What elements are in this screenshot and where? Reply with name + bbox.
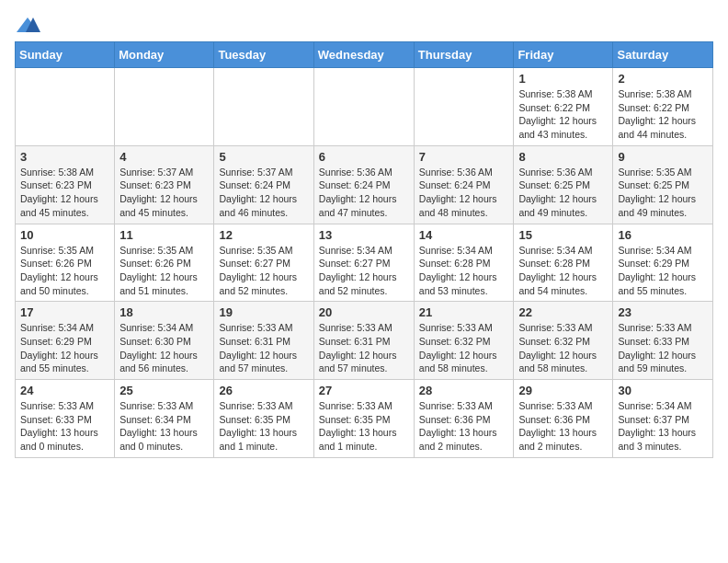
week-row-3: 10Sunrise: 5:35 AM Sunset: 6:26 PM Dayli…: [16, 224, 713, 302]
week-row-2: 3Sunrise: 5:38 AM Sunset: 6:23 PM Daylig…: [16, 145, 713, 224]
weekday-header-thursday: Thursday: [414, 42, 514, 68]
day-cell: 7Sunrise: 5:36 AM Sunset: 6:24 PM Daylig…: [414, 145, 514, 224]
day-info: Sunrise: 5:38 AM Sunset: 6:22 PM Dayligh…: [518, 87, 608, 142]
day-number: 26: [219, 384, 308, 397]
day-cell: 13Sunrise: 5:34 AM Sunset: 6:27 PM Dayli…: [313, 224, 414, 302]
day-cell: 12Sunrise: 5:35 AM Sunset: 6:27 PM Dayli…: [214, 224, 313, 302]
weekday-header-tuesday: Tuesday: [214, 42, 313, 68]
day-info: Sunrise: 5:36 AM Sunset: 6:24 PM Dayligh…: [319, 166, 409, 220]
day-info: Sunrise: 5:36 AM Sunset: 6:25 PM Dayligh…: [518, 166, 608, 220]
day-cell: 1Sunrise: 5:38 AM Sunset: 6:22 PM Daylig…: [514, 68, 613, 146]
day-number: 17: [20, 305, 109, 319]
day-number: 22: [518, 305, 608, 319]
day-cell: 11Sunrise: 5:35 AM Sunset: 6:26 PM Dayli…: [115, 224, 214, 302]
day-cell: 17Sunrise: 5:34 AM Sunset: 6:29 PM Dayli…: [16, 302, 115, 380]
day-cell: 21Sunrise: 5:33 AM Sunset: 6:32 PM Dayli…: [414, 302, 514, 380]
day-number: 13: [319, 228, 409, 242]
day-cell: 18Sunrise: 5:34 AM Sunset: 6:30 PM Dayli…: [115, 302, 214, 380]
day-cell: [16, 68, 115, 146]
day-number: 5: [219, 150, 308, 164]
day-cell: 26Sunrise: 5:33 AM Sunset: 6:35 PM Dayli…: [214, 380, 313, 458]
header: [15, 15, 713, 34]
weekday-header-row: SundayMondayTuesdayWednesdayThursdayFrid…: [16, 42, 713, 68]
day-number: 29: [518, 384, 608, 397]
day-cell: 8Sunrise: 5:36 AM Sunset: 6:25 PM Daylig…: [514, 145, 613, 224]
day-info: Sunrise: 5:37 AM Sunset: 6:24 PM Dayligh…: [219, 166, 308, 220]
day-number: 20: [319, 305, 409, 319]
day-info: Sunrise: 5:34 AM Sunset: 6:29 PM Dayligh…: [20, 321, 109, 375]
day-cell: 20Sunrise: 5:33 AM Sunset: 6:31 PM Dayli…: [313, 302, 414, 380]
day-number: 15: [518, 228, 608, 242]
day-cell: 28Sunrise: 5:33 AM Sunset: 6:36 PM Dayli…: [414, 380, 514, 458]
week-row-4: 17Sunrise: 5:34 AM Sunset: 6:29 PM Dayli…: [16, 302, 713, 380]
day-number: 24: [20, 384, 109, 397]
day-number: 11: [119, 228, 209, 242]
day-number: 6: [319, 150, 409, 164]
logo: [15, 15, 44, 34]
day-number: 12: [219, 228, 308, 242]
day-cell: 15Sunrise: 5:34 AM Sunset: 6:28 PM Dayli…: [514, 224, 613, 302]
day-cell: [115, 68, 214, 146]
day-info: Sunrise: 5:33 AM Sunset: 6:31 PM Dayligh…: [219, 321, 308, 375]
day-number: 19: [219, 305, 308, 319]
day-number: 1: [518, 72, 608, 86]
day-info: Sunrise: 5:37 AM Sunset: 6:23 PM Dayligh…: [119, 166, 209, 220]
day-number: 8: [518, 150, 608, 164]
day-cell: 19Sunrise: 5:33 AM Sunset: 6:31 PM Dayli…: [214, 302, 313, 380]
day-cell: 5Sunrise: 5:37 AM Sunset: 6:24 PM Daylig…: [214, 145, 313, 224]
day-cell: [214, 68, 313, 146]
day-info: Sunrise: 5:33 AM Sunset: 6:35 PM Dayligh…: [319, 399, 409, 454]
day-cell: [414, 68, 514, 146]
day-info: Sunrise: 5:35 AM Sunset: 6:26 PM Dayligh…: [119, 244, 209, 298]
day-number: 25: [119, 384, 209, 397]
weekday-header-wednesday: Wednesday: [313, 42, 414, 68]
day-cell: 30Sunrise: 5:34 AM Sunset: 6:37 PM Dayli…: [613, 380, 713, 458]
day-cell: [313, 68, 414, 146]
day-number: 14: [419, 228, 509, 242]
day-number: 30: [618, 384, 708, 397]
day-info: Sunrise: 5:38 AM Sunset: 6:23 PM Dayligh…: [20, 166, 109, 220]
day-info: Sunrise: 5:34 AM Sunset: 6:29 PM Dayligh…: [618, 244, 708, 298]
day-number: 18: [119, 305, 209, 319]
day-cell: 10Sunrise: 5:35 AM Sunset: 6:26 PM Dayli…: [16, 224, 115, 302]
day-number: 10: [20, 228, 109, 242]
logo-icon: [15, 16, 40, 34]
day-info: Sunrise: 5:33 AM Sunset: 6:35 PM Dayligh…: [219, 399, 308, 454]
day-cell: 4Sunrise: 5:37 AM Sunset: 6:23 PM Daylig…: [115, 145, 214, 224]
day-number: 23: [618, 305, 708, 319]
day-info: Sunrise: 5:33 AM Sunset: 6:34 PM Dayligh…: [119, 399, 209, 454]
day-number: 2: [618, 72, 708, 86]
day-info: Sunrise: 5:36 AM Sunset: 6:24 PM Dayligh…: [419, 166, 509, 220]
day-info: Sunrise: 5:34 AM Sunset: 6:28 PM Dayligh…: [518, 244, 608, 298]
day-number: 27: [319, 384, 409, 397]
day-cell: 24Sunrise: 5:33 AM Sunset: 6:33 PM Dayli…: [16, 380, 115, 458]
day-info: Sunrise: 5:33 AM Sunset: 6:31 PM Dayligh…: [319, 321, 409, 375]
day-number: 7: [419, 150, 509, 164]
day-info: Sunrise: 5:35 AM Sunset: 6:26 PM Dayligh…: [20, 244, 109, 298]
day-info: Sunrise: 5:38 AM Sunset: 6:22 PM Dayligh…: [618, 87, 708, 142]
day-number: 16: [618, 228, 708, 242]
day-number: 28: [419, 384, 509, 397]
calendar-table: SundayMondayTuesdayWednesdayThursdayFrid…: [15, 41, 713, 458]
day-number: 4: [119, 150, 209, 164]
day-info: Sunrise: 5:34 AM Sunset: 6:37 PM Dayligh…: [618, 399, 708, 454]
day-info: Sunrise: 5:35 AM Sunset: 6:25 PM Dayligh…: [618, 166, 708, 220]
day-info: Sunrise: 5:33 AM Sunset: 6:33 PM Dayligh…: [20, 399, 109, 454]
day-cell: 29Sunrise: 5:33 AM Sunset: 6:36 PM Dayli…: [514, 380, 613, 458]
day-cell: 22Sunrise: 5:33 AM Sunset: 6:32 PM Dayli…: [514, 302, 613, 380]
day-cell: 3Sunrise: 5:38 AM Sunset: 6:23 PM Daylig…: [16, 145, 115, 224]
day-info: Sunrise: 5:33 AM Sunset: 6:36 PM Dayligh…: [419, 399, 509, 454]
day-cell: 27Sunrise: 5:33 AM Sunset: 6:35 PM Dayli…: [313, 380, 414, 458]
day-cell: 25Sunrise: 5:33 AM Sunset: 6:34 PM Dayli…: [115, 380, 214, 458]
day-cell: 23Sunrise: 5:33 AM Sunset: 6:33 PM Dayli…: [613, 302, 713, 380]
day-info: Sunrise: 5:33 AM Sunset: 6:36 PM Dayligh…: [518, 399, 608, 454]
day-cell: 16Sunrise: 5:34 AM Sunset: 6:29 PM Dayli…: [613, 224, 713, 302]
day-info: Sunrise: 5:33 AM Sunset: 6:32 PM Dayligh…: [419, 321, 509, 375]
day-cell: 6Sunrise: 5:36 AM Sunset: 6:24 PM Daylig…: [313, 145, 414, 224]
day-cell: 2Sunrise: 5:38 AM Sunset: 6:22 PM Daylig…: [613, 68, 713, 146]
week-row-5: 24Sunrise: 5:33 AM Sunset: 6:33 PM Dayli…: [16, 380, 713, 458]
day-number: 3: [20, 150, 109, 164]
day-info: Sunrise: 5:34 AM Sunset: 6:27 PM Dayligh…: [319, 244, 409, 298]
weekday-header-saturday: Saturday: [613, 42, 713, 68]
day-info: Sunrise: 5:33 AM Sunset: 6:33 PM Dayligh…: [618, 321, 708, 375]
